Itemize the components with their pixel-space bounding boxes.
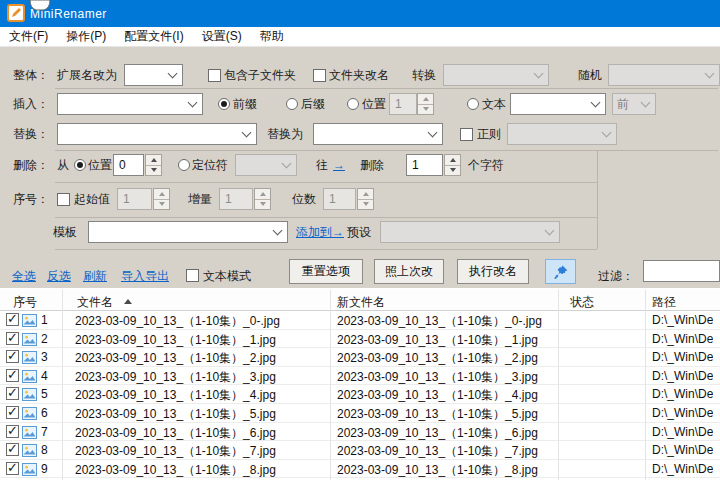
table-row[interactable]: 6 2023-03-09_10_13_（1-10集）_5.jpg 2023-03… xyxy=(0,404,720,423)
row-checkbox[interactable] xyxy=(6,369,19,382)
text-mode-checkbox[interactable] xyxy=(186,269,199,282)
header-num[interactable]: 序号 xyxy=(13,294,37,311)
insert-position-radio[interactable] xyxy=(347,98,359,110)
remove-position-stepper[interactable] xyxy=(145,154,162,176)
serial-increment-field[interactable]: 1 xyxy=(219,188,253,210)
row-checkbox[interactable] xyxy=(6,406,19,419)
spin-down-icon[interactable] xyxy=(146,166,161,176)
table-row[interactable]: 7 2023-03-09_10_13_（1-10集）_6.jpg 2023-03… xyxy=(0,423,720,442)
insert-combobox[interactable] xyxy=(57,93,203,115)
convert-combobox[interactable] xyxy=(443,64,549,86)
row-checkbox[interactable] xyxy=(6,313,19,326)
serial-digits-field[interactable]: 1 xyxy=(323,188,356,210)
insert-position-field[interactable]: 1 xyxy=(389,93,417,115)
title-bar[interactable]: MiniRenamer xyxy=(0,0,720,27)
execute-rename-button[interactable]: 执行改名 xyxy=(457,259,529,284)
row-checkbox[interactable] xyxy=(6,387,19,400)
anchor-radio[interactable] xyxy=(178,159,190,171)
table-row[interactable]: 9 2023-03-09_10_13_（1-10集）_8.jpg 2023-03… xyxy=(0,460,720,479)
suffix-label: 后缀 xyxy=(301,97,325,111)
table-row[interactable]: 4 2023-03-09_10_13_（1-10集）_3.jpg 2023-03… xyxy=(0,367,720,386)
remove-position-label: 位置 xyxy=(88,158,112,172)
insert-text-combobox[interactable] xyxy=(510,93,606,115)
reset-options-button[interactable]: 重置选项 xyxy=(289,259,363,284)
spin-up-icon[interactable] xyxy=(255,189,270,200)
spin-down-icon[interactable] xyxy=(154,200,169,210)
menu-item-settings[interactable]: 设置(S) xyxy=(193,28,251,45)
spin-down-icon[interactable] xyxy=(418,105,433,115)
insert-front-combobox[interactable]: 前 xyxy=(612,93,656,115)
replace-find-combobox[interactable] xyxy=(57,123,257,145)
prefix-radio[interactable] xyxy=(218,98,230,110)
header-filename[interactable]: 文件名 xyxy=(77,294,113,311)
template-combobox[interactable] xyxy=(88,221,288,243)
table-row[interactable]: 5 2023-03-09_10_13_（1-10集）_4.jpg 2023-03… xyxy=(0,385,720,404)
characters-unit-label: 个字符 xyxy=(468,158,504,172)
table-row[interactable]: 8 2023-03-09_10_13_（1-10集）_7.jpg 2023-03… xyxy=(0,441,720,460)
serial-digits-stepper[interactable] xyxy=(357,188,374,210)
rename-as-last-button[interactable]: 照上次改 xyxy=(374,259,444,284)
remove-position-field[interactable]: 0 xyxy=(113,154,144,176)
table-row[interactable]: 1 2023-03-09_10_13_（1-10集）_0-.jpg 2023-0… xyxy=(0,311,720,330)
extension-combobox[interactable] xyxy=(124,64,183,86)
add-to-link[interactable]: 添加到→ xyxy=(296,225,344,239)
row-checkbox[interactable] xyxy=(6,332,19,345)
table-row[interactable]: 2 2023-03-09_10_13_（1-10集）_1.jpg 2023-03… xyxy=(0,330,720,349)
header-path[interactable]: 路径 xyxy=(652,294,676,311)
row-checkbox[interactable] xyxy=(6,425,19,438)
serial-start-field[interactable]: 1 xyxy=(117,188,152,210)
delete-count-stepper[interactable] xyxy=(444,154,461,176)
regex-combobox[interactable] xyxy=(507,123,617,145)
refresh-link[interactable]: 刷新 xyxy=(83,269,107,283)
random-combobox[interactable] xyxy=(608,64,720,86)
suffix-radio[interactable] xyxy=(286,98,298,110)
column-divider xyxy=(645,290,646,480)
spin-down-icon[interactable] xyxy=(445,166,460,176)
regex-checkbox[interactable] xyxy=(460,128,473,141)
row-checkbox[interactable] xyxy=(6,462,19,475)
replace-with-combobox[interactable] xyxy=(313,123,443,145)
anchor-combobox[interactable] xyxy=(235,154,297,176)
serial-start-checkbox[interactable] xyxy=(57,193,70,206)
row-number: 1 xyxy=(41,313,48,327)
row-filename: 2023-03-09_10_13_（1-10集）_4.jpg xyxy=(75,387,276,404)
rename-folders-checkbox[interactable] xyxy=(313,69,326,82)
filter-input[interactable] xyxy=(643,260,720,282)
spin-down-icon[interactable] xyxy=(255,200,270,210)
row-checkbox[interactable] xyxy=(6,350,19,363)
row-number: 8 xyxy=(41,443,48,457)
serial-start-stepper[interactable] xyxy=(153,188,170,210)
insert-position-stepper[interactable] xyxy=(417,93,434,115)
spin-up-icon[interactable] xyxy=(358,189,373,200)
row-checkbox[interactable] xyxy=(6,443,19,456)
include-subfolders-checkbox[interactable] xyxy=(208,69,221,82)
menu-item-action[interactable]: 操作(P) xyxy=(57,28,115,45)
header-new-filename[interactable]: 新文件名 xyxy=(337,294,385,311)
row-path: D:\_Win\De xyxy=(652,313,713,327)
spin-up-icon[interactable] xyxy=(146,155,161,166)
remove-position-radio[interactable] xyxy=(74,159,86,171)
import-export-link[interactable]: 导入导出 xyxy=(121,269,169,283)
spin-up-icon[interactable] xyxy=(154,189,169,200)
spin-up-icon[interactable] xyxy=(445,155,460,166)
header-status[interactable]: 状态 xyxy=(570,294,594,311)
spin-up-icon[interactable] xyxy=(418,94,433,105)
select-all-link[interactable]: 全选 xyxy=(12,269,36,283)
insert-text-radio[interactable] xyxy=(467,98,479,110)
invert-selection-link[interactable]: 反选 xyxy=(47,269,71,283)
direction-arrow-link[interactable]: → xyxy=(333,158,345,172)
image-file-icon xyxy=(22,387,37,402)
delete-count-field[interactable]: 1 xyxy=(406,154,443,176)
row-number: 9 xyxy=(41,462,48,476)
table-row[interactable]: 3 2023-03-09_10_13_（1-10集）_2.jpg 2023-03… xyxy=(0,348,720,367)
spin-down-icon[interactable] xyxy=(358,200,373,210)
options-panel: 整体： 扩展名改为 包含子文件夹 文件夹改名 转换 随机 插入： 前缀 后缀 xyxy=(0,47,720,288)
serial-increment-stepper[interactable] xyxy=(254,188,271,210)
menu-item-help[interactable]: 帮助 xyxy=(251,28,293,45)
preset-combobox[interactable] xyxy=(380,221,560,243)
menu-item-file[interactable]: 文件(F) xyxy=(0,28,57,45)
divider xyxy=(55,150,718,151)
menu-item-profile[interactable]: 配置文件(I) xyxy=(115,28,192,45)
pin-toggle-button[interactable] xyxy=(545,259,576,284)
table-header: 序号 文件名 新文件名 状态 路径 xyxy=(0,290,720,311)
